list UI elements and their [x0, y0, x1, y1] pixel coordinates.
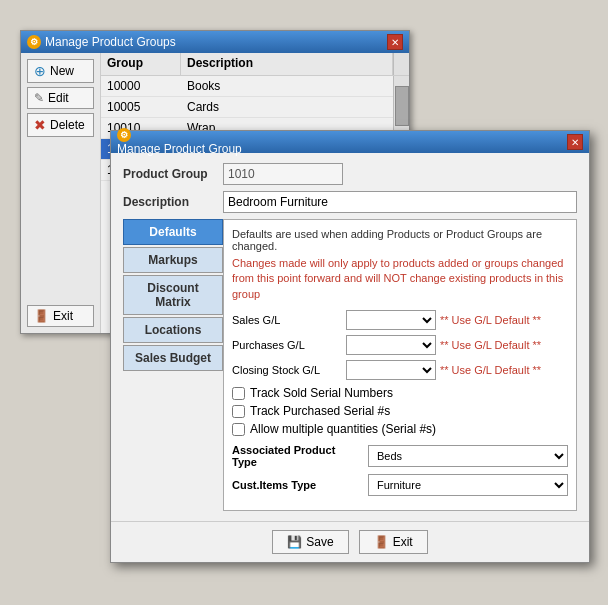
inner-title-bar: ⚙ Manage Product Group ✕	[111, 131, 589, 153]
assoc-section: Associated Product Type Beds Tables Chai…	[232, 444, 568, 496]
closing-stock-gl-label: Closing Stock G/L	[232, 364, 342, 376]
inner-body: Product Group Description Defaults Marku…	[111, 153, 589, 521]
product-group-input[interactable]	[223, 163, 343, 185]
track-sold-serial-row: Track Sold Serial Numbers	[232, 386, 568, 400]
associated-product-type-label: Associated Product Type	[232, 444, 362, 468]
inner-exit-icon: 🚪	[374, 535, 389, 549]
inner-window-icon: ⚙	[117, 128, 131, 142]
outer-exit-label: Exit	[53, 309, 73, 323]
exit-icon: 🚪	[34, 309, 49, 323]
cust-items-type-label: Cust.Items Type	[232, 479, 362, 491]
edit-label: Edit	[48, 91, 69, 105]
inner-main: Defaults Markups Discount Matrix Locatio…	[123, 219, 577, 511]
track-purchased-serial-label: Track Purchased Serial #s	[250, 404, 390, 418]
outer-exit-button[interactable]: 🚪 Exit	[27, 305, 94, 327]
edit-icon: ✎	[34, 91, 44, 105]
new-button[interactable]: ⊕ New	[27, 59, 94, 83]
scrollbar-thumb	[395, 86, 409, 126]
outer-close-button[interactable]: ✕	[387, 34, 403, 50]
delete-button[interactable]: ✖ Delete	[27, 113, 94, 137]
track-purchased-serial-checkbox[interactable]	[232, 405, 245, 418]
allow-multiple-qty-row: Allow multiple quantities (Serial #s)	[232, 422, 568, 436]
table-row[interactable]: 10000 Books	[101, 76, 393, 97]
bottom-bar: 💾 Save 🚪 Exit	[111, 521, 589, 562]
left-panel: ⊕ New ✎ Edit ✖ Delete 🚪 Exit	[21, 53, 101, 333]
outer-window-icon: ⚙	[27, 35, 41, 49]
associated-product-type-row: Associated Product Type Beds Tables Chai…	[232, 444, 568, 468]
edit-button[interactable]: ✎ Edit	[27, 87, 94, 109]
outer-title-left: ⚙ Manage Product Groups	[27, 35, 176, 49]
purchases-gl-label: Purchases G/L	[232, 339, 342, 351]
outer-title-bar: ⚙ Manage Product Groups ✕	[21, 31, 409, 53]
inner-window: ⚙ Manage Product Group ✕ Product Group D…	[110, 130, 590, 563]
inner-window-title: Manage Product Group	[117, 142, 242, 156]
tab-sales-budget[interactable]: Sales Budget	[123, 345, 223, 371]
group-column-header: Group	[101, 53, 181, 75]
inner-exit-label: Exit	[393, 535, 413, 549]
closing-stock-gl-select[interactable]	[346, 360, 436, 380]
inner-exit-button[interactable]: 🚪 Exit	[359, 530, 428, 554]
save-button[interactable]: 💾 Save	[272, 530, 348, 554]
description-label: Description	[123, 195, 223, 209]
delete-icon: ✖	[34, 117, 46, 133]
desc-cell: Cards	[181, 97, 393, 117]
track-sold-serial-label: Track Sold Serial Numbers	[250, 386, 393, 400]
outer-window-title: Manage Product Groups	[45, 35, 176, 49]
description-column-header: Description	[181, 53, 393, 75]
description-row: Description	[123, 191, 577, 213]
tab-locations[interactable]: Locations	[123, 317, 223, 343]
purchases-gl-row: Purchases G/L ** Use G/L Default **	[232, 335, 568, 355]
new-label: New	[50, 64, 74, 78]
cust-items-type-row: Cust.Items Type Furniture Bedding Access…	[232, 474, 568, 496]
inner-close-button[interactable]: ✕	[567, 134, 583, 150]
sales-gl-note: ** Use G/L Default **	[440, 314, 568, 326]
sales-gl-label: Sales G/L	[232, 314, 342, 326]
scrollbar-top[interactable]	[393, 53, 409, 75]
table-header: Group Description	[101, 53, 409, 76]
defaults-info-header: Defaults are used when adding Products o…	[232, 228, 568, 252]
purchases-gl-note: ** Use G/L Default **	[440, 339, 568, 351]
inner-title-left: ⚙ Manage Product Group	[117, 128, 242, 156]
desc-cell: Books	[181, 76, 393, 96]
description-input[interactable]	[223, 191, 577, 213]
purchases-gl-select[interactable]	[346, 335, 436, 355]
table-row[interactable]: 10005 Cards	[101, 97, 393, 118]
associated-product-type-select[interactable]: Beds Tables Chairs Sofas	[368, 445, 568, 467]
sales-gl-select[interactable]	[346, 310, 436, 330]
cust-items-type-select[interactable]: Furniture Bedding Accessories	[368, 474, 568, 496]
closing-stock-gl-row: Closing Stock G/L ** Use G/L Default **	[232, 360, 568, 380]
allow-multiple-qty-checkbox[interactable]	[232, 423, 245, 436]
allow-multiple-qty-label: Allow multiple quantities (Serial #s)	[250, 422, 436, 436]
track-sold-serial-checkbox[interactable]	[232, 387, 245, 400]
tab-defaults[interactable]: Defaults	[123, 219, 223, 245]
defaults-info-text: Changes made will only apply to products…	[232, 256, 568, 302]
tab-sidebar: Defaults Markups Discount Matrix Locatio…	[123, 219, 223, 511]
closing-stock-gl-note: ** Use G/L Default **	[440, 364, 568, 376]
product-group-row: Product Group	[123, 163, 577, 185]
track-purchased-serial-row: Track Purchased Serial #s	[232, 404, 568, 418]
new-icon: ⊕	[34, 63, 46, 79]
checkbox-group: Track Sold Serial Numbers Track Purchase…	[232, 386, 568, 436]
tab-markups[interactable]: Markups	[123, 247, 223, 273]
tab-content-defaults: Defaults are used when adding Products o…	[223, 219, 577, 511]
save-label: Save	[306, 535, 333, 549]
delete-label: Delete	[50, 118, 85, 132]
tab-discount-matrix[interactable]: Discount Matrix	[123, 275, 223, 315]
save-icon: 💾	[287, 535, 302, 549]
sales-gl-row: Sales G/L ** Use G/L Default **	[232, 310, 568, 330]
group-cell: 10000	[101, 76, 181, 96]
group-cell: 10005	[101, 97, 181, 117]
product-group-label: Product Group	[123, 167, 223, 181]
